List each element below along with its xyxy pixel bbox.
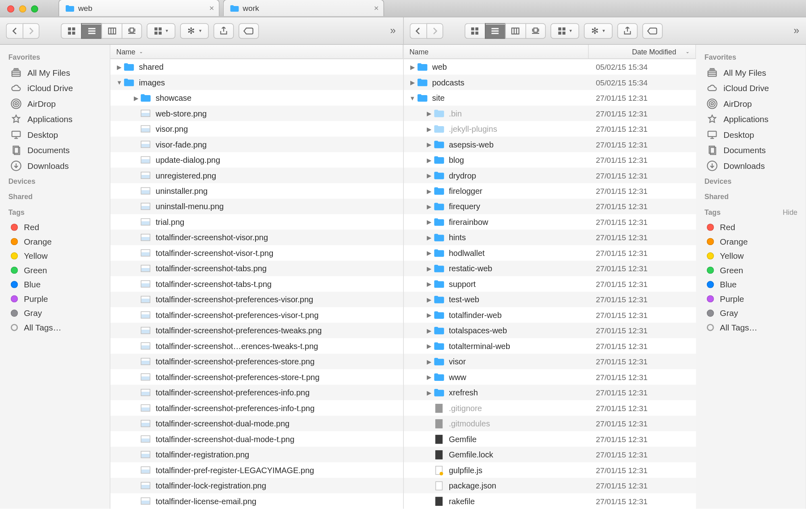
sidebar-item-applications[interactable]: Applications — [0, 112, 110, 127]
sidebar-tag-blue[interactable]: Blue — [0, 277, 110, 292]
file-row[interactable]: ▶showcase — [110, 90, 403, 105]
file-row[interactable]: ▶totalfinder-web27/01/15 12:31 — [403, 307, 696, 322]
file-row[interactable]: totalfinder-screenshot-preferences-info-… — [110, 400, 403, 416]
file-row[interactable]: totalfinder-screenshot-preferences-visor… — [110, 292, 403, 307]
disclosure-arrow-icon[interactable]: ▶ — [425, 358, 434, 365]
file-row[interactable]: totalfinder-lock-registration.png — [110, 478, 403, 493]
file-row[interactable]: .gitignore27/01/15 12:31 — [403, 400, 696, 416]
file-row[interactable]: totalfinder-screenshot-visor-t.png — [110, 245, 403, 260]
overflow-icon[interactable]: » — [794, 25, 799, 37]
file-row[interactable]: rakefile27/01/15 12:31 — [403, 493, 696, 509]
sidebar-tag-red[interactable]: Red — [0, 220, 110, 235]
column-name[interactable]: Name⌄ — [110, 45, 403, 58]
file-row[interactable]: ▶totalterminal-web27/01/15 12:31 — [403, 338, 696, 353]
file-row[interactable]: ▶test-web27/01/15 12:31 — [403, 292, 696, 307]
list-view-button[interactable] — [81, 23, 101, 38]
forward-button[interactable] — [426, 23, 442, 38]
file-row[interactable]: ▶.jekyll-plugins27/01/15 12:31 — [403, 121, 696, 136]
file-row[interactable]: ▶asepsis-web27/01/15 12:31 — [403, 137, 696, 152]
file-row[interactable]: totalfinder-screenshot-visor.png — [110, 230, 403, 245]
disclosure-arrow-icon[interactable]: ▶ — [425, 249, 434, 256]
disclosure-arrow-icon[interactable]: ▶ — [425, 110, 434, 116]
share-button[interactable] — [214, 23, 234, 38]
disclosure-arrow-icon[interactable]: ▶ — [425, 327, 434, 334]
file-row[interactable]: ▶podcasts05/02/15 15:34 — [403, 75, 696, 90]
file-row[interactable]: uninstall-menu.png — [110, 199, 403, 214]
disclosure-arrow-icon[interactable]: ▶ — [132, 95, 140, 101]
icon-view-button[interactable] — [61, 23, 81, 38]
sidebar-item-applications[interactable]: Applications — [696, 112, 806, 127]
disclosure-arrow-icon[interactable]: ▶ — [425, 157, 434, 163]
arrange-button[interactable]: ▾ — [147, 23, 175, 38]
disclosure-arrow-icon[interactable]: ▶ — [408, 64, 417, 70]
sidebar-item-all-my-files[interactable]: All My Files — [0, 65, 110, 80]
tab-web[interactable]: web× — [58, 0, 220, 16]
file-row[interactable]: uninstaller.png — [110, 183, 403, 198]
sidebar-tag-red[interactable]: Red — [696, 220, 806, 235]
file-row[interactable]: totalfinder-screenshot-tabs.png — [110, 261, 403, 276]
sidebar-all-tags[interactable]: All Tags… — [696, 320, 806, 335]
disclosure-arrow-icon[interactable]: ▼ — [115, 79, 124, 85]
file-row[interactable]: totalfinder-pref-register-LEGACYIMAGE.pn… — [110, 462, 403, 478]
disclosure-arrow-icon[interactable]: ▶ — [425, 203, 434, 210]
disclosure-arrow-icon[interactable]: ▶ — [425, 187, 434, 194]
file-row[interactable]: ▶www27/01/15 12:31 — [403, 369, 696, 384]
disclosure-arrow-icon[interactable]: ▶ — [425, 281, 434, 287]
disclosure-arrow-icon[interactable]: ▶ — [425, 218, 434, 225]
file-row[interactable]: web-store.png — [110, 106, 403, 121]
column-date-modified[interactable]: Date Modified ⌄ — [589, 45, 696, 58]
file-row[interactable]: totalfinder-screenshot-preferences-store… — [110, 369, 403, 384]
disclosure-arrow-icon[interactable]: ▶ — [408, 79, 417, 85]
sidebar-item-icloud-drive[interactable]: iCloud Drive — [0, 81, 110, 96]
file-row[interactable]: ▶hodlwallet27/01/15 12:31 — [403, 245, 696, 260]
maximize-window-button[interactable] — [31, 5, 38, 12]
file-row[interactable]: ▶visor27/01/15 12:31 — [403, 354, 696, 369]
action-button[interactable]: ✻▾ — [584, 23, 612, 38]
tags-button[interactable] — [239, 23, 259, 38]
sidebar-item-documents[interactable]: Documents — [696, 143, 806, 158]
list-view-button[interactable] — [485, 23, 505, 38]
file-row[interactable]: ▶web05/02/15 15:34 — [403, 59, 696, 75]
sidebar-item-desktop[interactable]: Desktop — [0, 127, 110, 142]
forward-button[interactable] — [23, 23, 39, 38]
disclosure-arrow-icon[interactable]: ▶ — [425, 343, 434, 349]
sidebar-tag-blue[interactable]: Blue — [696, 277, 806, 292]
sidebar-item-desktop[interactable]: Desktop — [696, 127, 806, 142]
sidebar-item-airdrop[interactable]: AirDrop — [0, 96, 110, 111]
sidebar-tag-gray[interactable]: Gray — [0, 306, 110, 320]
tags-button[interactable] — [642, 23, 662, 38]
column-name[interactable]: Name — [403, 45, 589, 58]
disclosure-arrow-icon[interactable]: ▶ — [425, 312, 434, 318]
coverflow-view-button[interactable] — [525, 23, 545, 38]
sidebar-tag-green[interactable]: Green — [0, 263, 110, 278]
disclosure-arrow-icon[interactable]: ▶ — [425, 172, 434, 179]
file-row[interactable]: totalfinder-screenshot-dual-mode.png — [110, 416, 403, 431]
file-row[interactable]: unregistered.png — [110, 168, 403, 183]
disclosure-arrow-icon[interactable]: ▶ — [425, 296, 434, 303]
file-row[interactable]: update-dialog.png — [110, 152, 403, 167]
file-list-right[interactable]: ▶web05/02/15 15:34▶podcasts05/02/15 15:3… — [403, 59, 696, 509]
arrange-button[interactable]: ▾ — [550, 23, 579, 38]
sidebar-tag-gray[interactable]: Gray — [696, 306, 806, 320]
back-button[interactable] — [6, 23, 23, 38]
file-row[interactable]: totalfinder-screenshot-tabs-t.png — [110, 276, 403, 291]
close-tab-icon[interactable]: × — [374, 3, 379, 12]
file-row[interactable]: totalfinder-registration.png — [110, 447, 403, 462]
file-row[interactable]: package.json27/01/15 12:31 — [403, 478, 696, 493]
file-row[interactable]: totalfinder-screenshot-dual-mode-t.png — [110, 431, 403, 447]
disclosure-arrow-icon[interactable]: ▶ — [425, 389, 434, 396]
file-row[interactable]: ▶.bin27/01/15 12:31 — [403, 106, 696, 121]
disclosure-arrow-icon[interactable]: ▶ — [425, 234, 434, 241]
column-view-button[interactable] — [102, 23, 122, 38]
file-row[interactable]: totalfinder-screenshot-preferences-tweak… — [110, 323, 403, 338]
tab-work[interactable]: work× — [223, 0, 384, 16]
file-row[interactable]: gulpfile.js27/01/15 12:31 — [403, 462, 696, 478]
hide-tags-button[interactable]: Hide — [783, 208, 798, 217]
file-row[interactable]: totalfinder-screenshot-preferences-info.… — [110, 385, 403, 400]
file-row[interactable]: totalfinder-screenshot-preferences-store… — [110, 354, 403, 369]
column-view-button[interactable] — [505, 23, 525, 38]
coverflow-view-button[interactable] — [122, 23, 142, 38]
file-row[interactable]: ▼site27/01/15 12:31 — [403, 90, 696, 105]
file-row[interactable]: ▶totalspaces-web27/01/15 12:31 — [403, 323, 696, 338]
sidebar-all-tags[interactable]: All Tags… — [0, 320, 110, 335]
